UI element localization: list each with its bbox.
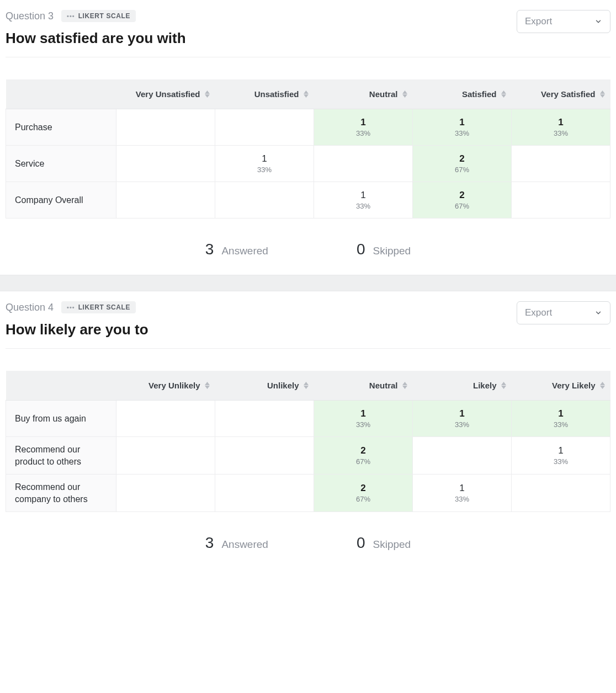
column-header[interactable]: Very Unsatisfied — [116, 79, 215, 109]
empty-cell — [215, 401, 314, 437]
question-header: Question 3•••LIKERT SCALEHow satisfied a… — [6, 10, 610, 57]
row-header: Buy from us again — [6, 401, 116, 437]
cell-percent: 33% — [320, 202, 407, 210]
column-header-label: Unlikely — [267, 381, 299, 390]
empty-cell — [215, 437, 314, 475]
column-header[interactable]: Neutral — [314, 371, 413, 401]
column-header[interactable]: Neutral — [314, 79, 413, 109]
cell-percent: 33% — [320, 420, 407, 429]
sort-icon[interactable] — [205, 90, 210, 98]
cell-count: 1 — [517, 445, 604, 456]
dots-icon: ••• — [67, 13, 75, 19]
cell-percent: 33% — [517, 129, 604, 137]
column-header-label: Unsatisfied — [254, 89, 299, 99]
data-cell: 133% — [512, 437, 610, 475]
sort-icon[interactable] — [304, 90, 309, 98]
cell-count: 1 — [320, 117, 407, 128]
empty-cell — [512, 182, 610, 218]
row-header: Company Overall — [6, 182, 116, 218]
column-header-label: Satisfied — [462, 89, 497, 99]
stats-row: 3Answered0Skipped — [6, 534, 610, 552]
column-header[interactable]: Likely — [413, 371, 512, 401]
table-row: Company Overall133%267% — [6, 182, 610, 218]
column-header[interactable]: Satisfied — [413, 79, 512, 109]
column-header[interactable]: Unsatisfied — [215, 79, 314, 109]
question-header: Question 4•••LIKERT SCALEHow likely are … — [6, 301, 610, 348]
sort-icon[interactable] — [304, 382, 309, 389]
cell-count: 2 — [320, 483, 407, 494]
data-cell: 267% — [314, 437, 413, 475]
cell-percent: 33% — [418, 495, 506, 503]
column-header-empty — [6, 79, 116, 109]
row-header: Recommend our product to others — [6, 437, 116, 475]
chevron-down-icon — [594, 309, 602, 317]
stats-row: 3Answered0Skipped — [6, 241, 610, 258]
export-button[interactable]: Export — [517, 301, 610, 324]
data-cell: 267% — [413, 146, 512, 182]
cell-percent: 33% — [418, 420, 506, 429]
cell-count: 1 — [418, 117, 506, 128]
divider — [6, 348, 610, 349]
sort-icon[interactable] — [205, 382, 210, 389]
answered-count: 3 — [205, 534, 214, 552]
sort-icon[interactable] — [600, 90, 605, 98]
empty-cell — [314, 146, 413, 182]
column-header-label: Very Unsatisfied — [136, 89, 200, 99]
empty-cell — [413, 437, 512, 475]
column-header-label: Very Unlikely — [148, 381, 200, 390]
question-number: Question 3 — [6, 10, 54, 22]
cell-percent: 33% — [320, 129, 407, 137]
column-header-label: Neutral — [369, 381, 398, 390]
data-cell: 133% — [512, 109, 610, 146]
export-button[interactable]: Export — [517, 10, 610, 33]
data-cell: 133% — [413, 475, 512, 512]
question-block: Question 3•••LIKERT SCALEHow satisfied a… — [0, 0, 616, 275]
column-header[interactable]: Unlikely — [215, 371, 314, 401]
cell-count: 1 — [221, 153, 308, 164]
cell-count: 1 — [418, 483, 506, 494]
export-label: Export — [525, 307, 552, 318]
column-header[interactable]: Very Unlikely — [116, 371, 215, 401]
question-type-badge: •••LIKERT SCALE — [61, 301, 136, 313]
empty-cell — [116, 109, 215, 146]
empty-cell — [116, 182, 215, 218]
cell-percent: 33% — [221, 166, 308, 174]
empty-cell — [215, 182, 314, 218]
empty-cell — [215, 475, 314, 512]
cell-percent: 67% — [320, 457, 407, 466]
table-row: Buy from us again133%133%133% — [6, 401, 610, 437]
column-header-label: Very Likely — [552, 381, 595, 390]
cell-count: 2 — [418, 190, 506, 201]
answered-count: 3 — [205, 241, 214, 258]
empty-cell — [512, 475, 610, 512]
question-title: How likely are you to — [6, 321, 148, 338]
column-header-label: Likely — [473, 381, 497, 390]
sort-icon[interactable] — [402, 382, 407, 389]
data-cell: 133% — [512, 401, 610, 437]
question-type-label: LIKERT SCALE — [78, 303, 131, 311]
skipped-stat: 0Skipped — [357, 534, 411, 552]
data-cell: 133% — [413, 401, 512, 437]
column-header-label: Neutral — [369, 89, 398, 99]
table-row: Service133%267% — [6, 146, 610, 182]
divider — [6, 57, 610, 57]
table-row: Recommend our company to others267%133% — [6, 475, 610, 512]
column-header[interactable]: Very Likely — [512, 371, 610, 401]
data-cell: 133% — [215, 146, 314, 182]
skipped-stat: 0Skipped — [357, 241, 411, 258]
cell-count: 1 — [320, 408, 407, 419]
chevron-down-icon — [594, 18, 602, 25]
cell-percent: 33% — [418, 129, 506, 137]
sort-icon[interactable] — [501, 90, 506, 98]
column-header[interactable]: Very Satisfied — [512, 79, 610, 109]
empty-cell — [116, 146, 215, 182]
sort-icon[interactable] — [501, 382, 506, 389]
sort-icon[interactable] — [402, 90, 407, 98]
section-divider — [0, 275, 616, 291]
table-row: Purchase133%133%133% — [6, 109, 610, 146]
cell-count: 2 — [418, 153, 506, 164]
row-header: Service — [6, 146, 116, 182]
cell-count: 1 — [517, 117, 604, 128]
sort-icon[interactable] — [600, 382, 605, 389]
question-title: How satisfied are you with — [6, 30, 186, 47]
